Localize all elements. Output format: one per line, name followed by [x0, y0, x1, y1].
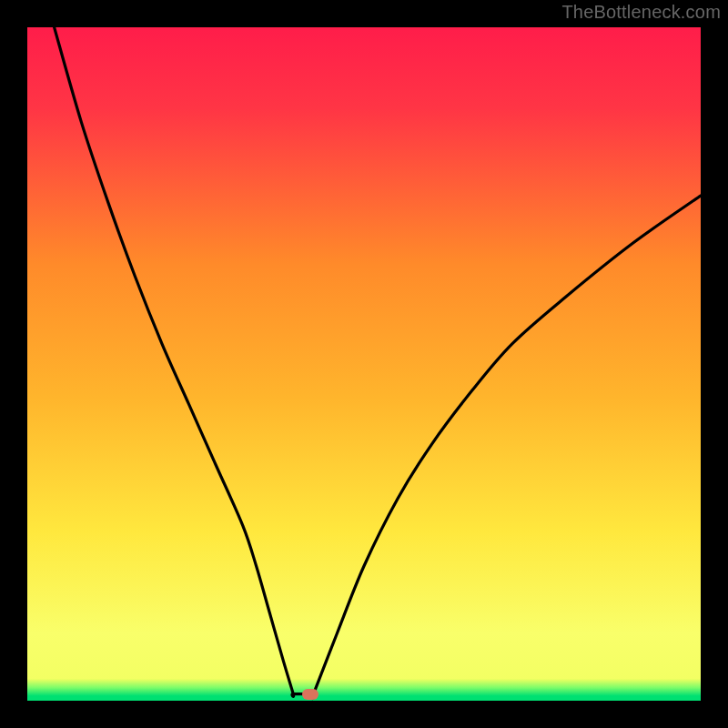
plot-area [27, 27, 701, 701]
watermark-text: TheBottleneck.com [561, 2, 721, 23]
chart-frame: TheBottleneck.com [0, 0, 728, 728]
bottleneck-curve [27, 27, 701, 701]
optimum-marker [302, 689, 318, 700]
